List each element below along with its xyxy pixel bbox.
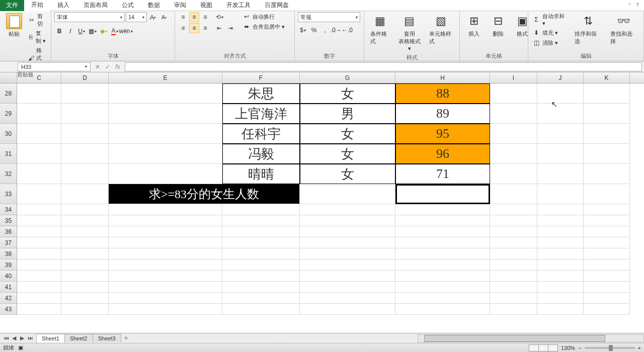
sheet-tab-2[interactable]: Sheet2 bbox=[64, 334, 93, 342]
cell[interactable] bbox=[395, 259, 490, 271]
cell[interactable] bbox=[222, 237, 300, 248]
cell-styles-button[interactable]: ▧单元格样式 bbox=[426, 12, 456, 46]
column-header[interactable]: G bbox=[300, 72, 395, 83]
cut-button[interactable]: ✂剪切 bbox=[27, 12, 48, 28]
cell[interactable] bbox=[61, 226, 109, 237]
cell[interactable] bbox=[222, 248, 300, 259]
column-header[interactable]: K bbox=[584, 72, 630, 83]
row-header[interactable]: 37 bbox=[0, 237, 17, 248]
font-name-combo[interactable]: 宋体▾ bbox=[54, 12, 125, 22]
tab-review[interactable]: 审阅 bbox=[167, 0, 193, 11]
cell[interactable] bbox=[584, 204, 630, 215]
cell[interactable] bbox=[584, 271, 630, 282]
fill-color-button[interactable]: ◆▾ bbox=[99, 26, 109, 36]
cell[interactable]: 88 bbox=[395, 83, 490, 104]
cell[interactable] bbox=[537, 282, 584, 293]
cell[interactable] bbox=[395, 237, 490, 248]
cell[interactable] bbox=[395, 282, 490, 293]
cell[interactable] bbox=[584, 164, 630, 184]
font-color-button[interactable]: A▾ bbox=[110, 26, 120, 36]
clear-button[interactable]: ◫清除 ▾ bbox=[531, 38, 570, 47]
cell[interactable] bbox=[17, 83, 61, 104]
next-sheet-button[interactable]: ▶ bbox=[18, 335, 26, 341]
cell[interactable] bbox=[537, 237, 584, 248]
cell[interactable] bbox=[61, 83, 109, 104]
cell[interactable] bbox=[490, 226, 537, 237]
cell[interactable] bbox=[61, 271, 109, 282]
cell[interactable] bbox=[537, 164, 584, 184]
table-format-button[interactable]: ▤套用 表格格式 ▾ bbox=[394, 12, 424, 53]
number-format-combo[interactable]: 常规▾ bbox=[298, 12, 360, 22]
tab-view[interactable]: 视图 bbox=[193, 0, 219, 11]
help-icon[interactable]: ? bbox=[634, 2, 641, 9]
cell[interactable] bbox=[537, 124, 584, 144]
cell[interactable] bbox=[17, 144, 61, 164]
sheet-tab-3[interactable]: Sheet3 bbox=[93, 334, 121, 342]
cell[interactable]: 朱思 bbox=[222, 83, 300, 104]
cell[interactable]: 96 bbox=[395, 144, 490, 164]
cell[interactable] bbox=[395, 184, 490, 204]
cell[interactable] bbox=[61, 248, 109, 259]
cell[interactable] bbox=[490, 259, 537, 271]
cell[interactable]: 女 bbox=[300, 124, 395, 144]
column-header[interactable]: D bbox=[61, 72, 109, 83]
last-sheet-button[interactable]: ⏭ bbox=[26, 335, 34, 341]
cell[interactable] bbox=[109, 144, 222, 164]
wrap-text-button[interactable]: ↩自动换行 bbox=[242, 12, 286, 21]
cell[interactable] bbox=[61, 144, 109, 164]
cell[interactable] bbox=[537, 259, 584, 271]
cell[interactable] bbox=[17, 164, 61, 184]
cell[interactable] bbox=[584, 144, 630, 164]
comma-button[interactable]: , bbox=[320, 25, 330, 35]
cell[interactable]: 女 bbox=[300, 164, 395, 184]
row-header[interactable]: 36 bbox=[0, 226, 17, 237]
cell[interactable] bbox=[17, 237, 61, 248]
cell[interactable] bbox=[300, 259, 395, 271]
cell[interactable] bbox=[537, 215, 584, 226]
cell[interactable] bbox=[537, 248, 584, 259]
row-header[interactable]: 43 bbox=[0, 304, 17, 315]
cell[interactable] bbox=[490, 184, 537, 204]
cell[interactable] bbox=[109, 304, 222, 315]
cell[interactable] bbox=[490, 237, 537, 248]
cell[interactable] bbox=[300, 226, 395, 237]
cell[interactable] bbox=[61, 184, 109, 204]
column-header[interactable]: E bbox=[109, 72, 222, 83]
cell[interactable] bbox=[395, 271, 490, 282]
cell[interactable] bbox=[17, 215, 61, 226]
cell[interactable]: 71 bbox=[395, 164, 490, 184]
shrink-font-icon[interactable]: A▾ bbox=[159, 12, 169, 22]
file-tab[interactable]: 文件 bbox=[0, 0, 24, 11]
cell[interactable] bbox=[584, 83, 630, 104]
cell[interactable] bbox=[222, 259, 300, 271]
column-header[interactable]: J bbox=[537, 72, 584, 83]
align-middle-icon[interactable]: ≡ bbox=[189, 12, 199, 22]
cell[interactable] bbox=[300, 282, 395, 293]
insert-cells-button[interactable]: ⊞插入 bbox=[463, 12, 485, 39]
cell[interactable] bbox=[222, 204, 300, 215]
cell[interactable] bbox=[109, 237, 222, 248]
row-header[interactable]: 40 bbox=[0, 271, 17, 282]
inc-decimal-button[interactable]: .0→ bbox=[331, 25, 341, 35]
cell[interactable] bbox=[109, 282, 222, 293]
cell[interactable] bbox=[490, 83, 537, 104]
enter-icon[interactable]: ✓ bbox=[104, 63, 112, 70]
cell[interactable] bbox=[537, 204, 584, 215]
fx-icon[interactable]: fx bbox=[114, 63, 122, 70]
cell[interactable] bbox=[537, 293, 584, 304]
cell[interactable]: 冯毅 bbox=[222, 144, 300, 164]
cell[interactable] bbox=[61, 215, 109, 226]
macro-icon[interactable]: ▣ bbox=[18, 344, 23, 351]
cell[interactable] bbox=[490, 304, 537, 315]
cell[interactable] bbox=[17, 271, 61, 282]
cell[interactable] bbox=[222, 226, 300, 237]
minimize-ribbon-icon[interactable]: ⌃ bbox=[626, 2, 633, 9]
cell[interactable] bbox=[584, 259, 630, 271]
cell[interactable]: 上官海洋 bbox=[222, 104, 300, 124]
cell[interactable] bbox=[584, 215, 630, 226]
cell[interactable] bbox=[61, 259, 109, 271]
row-header[interactable]: 41 bbox=[0, 282, 17, 293]
cell[interactable]: 女 bbox=[300, 83, 395, 104]
sheet-tab-1[interactable]: Sheet1 bbox=[36, 334, 65, 342]
tab-data[interactable]: 数据 bbox=[141, 0, 167, 11]
